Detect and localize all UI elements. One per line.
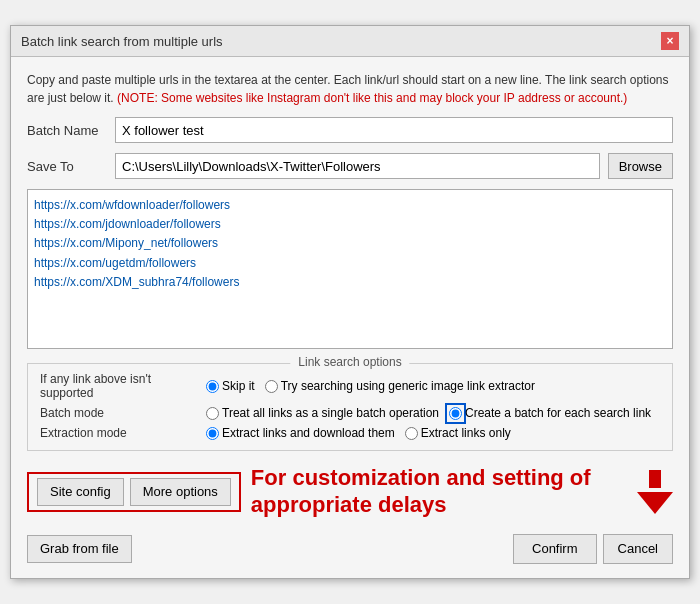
- batch-name-label: Batch Name: [27, 123, 107, 138]
- url-item: https://x.com/Mipony_net/followers: [34, 234, 666, 253]
- option-each-batch-text: Create a batch for each search link: [465, 406, 651, 420]
- arrow-shaft: [649, 470, 661, 488]
- url-item: https://x.com/jdownloader/followers: [34, 215, 666, 234]
- option-row1-label: If any link above isn't supported: [40, 372, 200, 400]
- batch-name-row: Batch Name: [27, 117, 673, 143]
- url-item: https://x.com/wfdownloader/followers: [34, 196, 666, 215]
- right-buttons: Confirm Cancel: [513, 534, 673, 564]
- option-extract-download-radio[interactable]: [206, 427, 219, 440]
- grab-from-file-button[interactable]: Grab from file: [27, 535, 132, 563]
- option-generic-radio[interactable]: [265, 380, 278, 393]
- down-arrow-icon: [637, 470, 673, 514]
- option-generic-text: Try searching using generic image link e…: [281, 379, 535, 393]
- save-to-row: Save To Browse: [27, 153, 673, 179]
- option-row2-label: Batch mode: [40, 406, 200, 420]
- arrow-head: [637, 492, 673, 514]
- site-config-button[interactable]: Site config: [37, 478, 124, 506]
- info-warning: (NOTE: Some websites like Instagram don'…: [117, 91, 627, 105]
- dialog-title: Batch link search from multiple urls: [21, 34, 223, 49]
- option-extract-only-text: Extract links only: [421, 426, 511, 440]
- option-each-batch-label[interactable]: Create a batch for each search link: [449, 406, 651, 420]
- option-row1-radios: Skip it Try searching using generic imag…: [206, 379, 535, 393]
- annotation-text: For customization and setting of appropr…: [251, 465, 627, 518]
- option-skip-label[interactable]: Skip it: [206, 379, 255, 393]
- save-to-label: Save To: [27, 159, 107, 174]
- option-single-batch-radio[interactable]: [206, 407, 219, 420]
- option-extract-download-label[interactable]: Extract links and download them: [206, 426, 395, 440]
- option-extract-only-label[interactable]: Extract links only: [405, 426, 511, 440]
- option-row-3: Extraction mode Extract links and downlo…: [40, 426, 660, 440]
- option-extract-download-text: Extract links and download them: [222, 426, 395, 440]
- option-row3-radios: Extract links and download them Extract …: [206, 426, 511, 440]
- option-single-batch-text: Treat all links as a single batch operat…: [222, 406, 439, 420]
- confirm-button[interactable]: Confirm: [513, 534, 597, 564]
- config-buttons-box: Site config More options: [27, 472, 241, 512]
- batch-name-input[interactable]: [115, 117, 673, 143]
- dialog-body: Copy and paste multiple urls in the text…: [11, 57, 689, 578]
- option-extract-only-radio[interactable]: [405, 427, 418, 440]
- option-row3-label: Extraction mode: [40, 426, 200, 440]
- urls-textarea[interactable]: https://x.com/wfdownloader/followershttp…: [27, 189, 673, 349]
- info-text: Copy and paste multiple urls in the text…: [27, 71, 673, 107]
- url-item: https://x.com/XDM_subhra74/followers: [34, 273, 666, 292]
- option-row2-radios: Treat all links as a single batch operat…: [206, 406, 651, 420]
- url-item: https://x.com/ugetdm/followers: [34, 254, 666, 273]
- option-each-batch-radio[interactable]: [449, 407, 462, 420]
- batch-link-dialog: Batch link search from multiple urls × C…: [10, 25, 690, 579]
- cancel-button[interactable]: Cancel: [603, 534, 673, 564]
- title-bar: Batch link search from multiple urls ×: [11, 26, 689, 57]
- option-single-batch-label[interactable]: Treat all links as a single batch operat…: [206, 406, 439, 420]
- browse-button[interactable]: Browse: [608, 153, 673, 179]
- option-skip-radio[interactable]: [206, 380, 219, 393]
- option-row-1: If any link above isn't supported Skip i…: [40, 372, 660, 400]
- save-to-input[interactable]: [115, 153, 600, 179]
- option-skip-text: Skip it: [222, 379, 255, 393]
- more-options-button[interactable]: More options: [130, 478, 231, 506]
- option-row-2: Batch mode Treat all links as a single b…: [40, 406, 660, 420]
- footer-row: Grab from file Confirm Cancel: [27, 532, 673, 568]
- link-search-options: Link search options If any link above is…: [27, 363, 673, 451]
- option-generic-label[interactable]: Try searching using generic image link e…: [265, 379, 535, 393]
- close-button[interactable]: ×: [661, 32, 679, 50]
- options-legend: Link search options: [290, 355, 409, 369]
